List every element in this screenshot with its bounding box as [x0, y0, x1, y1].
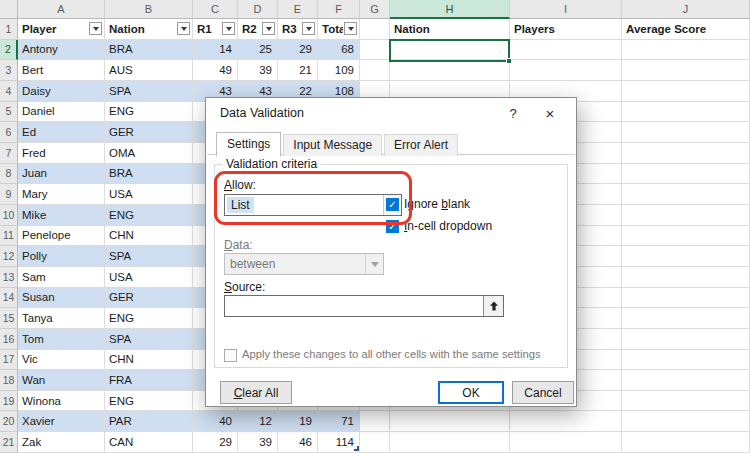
cell-J15[interactable] [622, 308, 750, 329]
cell-B13[interactable]: USA [105, 267, 193, 288]
row-header-2[interactable]: 2 [0, 40, 18, 61]
cell-I2[interactable] [510, 40, 622, 61]
range-select-button[interactable] [483, 296, 503, 316]
cell-A7[interactable]: Fred [18, 143, 105, 164]
cell-J17[interactable] [622, 350, 750, 371]
column-header-I[interactable]: I [510, 0, 622, 19]
cell-J3[interactable] [622, 60, 750, 81]
column-header-J[interactable]: J [622, 0, 750, 19]
row-header-18[interactable]: 18 [0, 370, 18, 391]
row-header-16[interactable]: 16 [0, 329, 18, 350]
cell-D20[interactable]: 12 [238, 411, 278, 432]
tab-error-alert[interactable]: Error Alert [384, 134, 458, 156]
cell-B3[interactable]: AUS [105, 60, 193, 81]
ok-button[interactable]: OK [438, 381, 504, 404]
cell-B19[interactable]: ENG [105, 391, 193, 412]
cell-B12[interactable]: SPA [105, 246, 193, 267]
row-header-12[interactable]: 12 [0, 246, 18, 267]
cell-I1[interactable]: Players [510, 19, 622, 40]
active-cell-selection-H2[interactable] [389, 39, 510, 62]
filter-button-Total[interactable] [344, 22, 357, 35]
cell-B9[interactable]: USA [105, 184, 193, 205]
cell-B16[interactable]: SPA [105, 329, 193, 350]
column-header-E[interactable]: E [278, 0, 318, 19]
column-header-A[interactable]: A [18, 0, 105, 19]
cell-G1[interactable] [360, 19, 390, 40]
cell-I21[interactable] [510, 432, 622, 453]
filter-button-R3[interactable] [302, 22, 315, 35]
cell-B11[interactable]: CHN [105, 226, 193, 247]
cell-E20[interactable]: 19 [278, 411, 318, 432]
row-header-1[interactable]: 1 [0, 19, 18, 40]
in-cell-dropdown-checkbox[interactable]: ✓ In-cell dropdown [386, 219, 492, 233]
checkbox-checked-icon[interactable]: ✓ [386, 220, 399, 233]
cell-A18[interactable]: Wan [18, 370, 105, 391]
cell-A4[interactable]: Daisy [18, 81, 105, 102]
cell-A13[interactable]: Sam [18, 267, 105, 288]
column-header-D[interactable]: D [238, 0, 278, 19]
cell-C3[interactable]: 49 [193, 60, 238, 81]
column-header-F[interactable]: F [318, 0, 360, 19]
cell-A10[interactable]: Mike [18, 205, 105, 226]
column-header-C[interactable]: C [193, 0, 238, 19]
cell-J8[interactable] [622, 164, 750, 185]
cell-D21[interactable]: 39 [238, 432, 278, 453]
cell-F20[interactable]: 71 [318, 411, 360, 432]
cell-I3[interactable] [510, 60, 622, 81]
cell-A16[interactable]: Tom [18, 329, 105, 350]
cell-C2[interactable]: 14 [193, 40, 238, 61]
row-header-13[interactable]: 13 [0, 267, 18, 288]
fill-handle[interactable] [506, 58, 512, 64]
row-header-8[interactable]: 8 [0, 164, 18, 185]
column-header-H[interactable]: H [390, 0, 510, 19]
filter-button-Player[interactable] [89, 22, 102, 35]
allow-dropdown[interactable]: List [224, 194, 402, 216]
cell-H20[interactable] [390, 411, 510, 432]
cell-J2[interactable] [622, 40, 750, 61]
cell-J4[interactable] [622, 81, 750, 102]
cell-A11[interactable]: Penelope [18, 226, 105, 247]
cancel-button[interactable]: Cancel [512, 381, 574, 404]
cell-A6[interactable]: Ed [18, 122, 105, 143]
cell-E2[interactable]: 29 [278, 40, 318, 61]
cell-A12[interactable]: Polly [18, 246, 105, 267]
cell-E3[interactable]: 21 [278, 60, 318, 81]
cell-E1[interactable]: R3 [278, 19, 318, 40]
cell-C21[interactable]: 29 [193, 432, 238, 453]
cell-A8[interactable]: Juan [18, 164, 105, 185]
cell-A3[interactable]: Bert [18, 60, 105, 81]
cell-H3[interactable] [390, 60, 510, 81]
cell-D1[interactable]: R2 [238, 19, 278, 40]
cell-B8[interactable]: BRA [105, 164, 193, 185]
cell-F3[interactable]: 109 [318, 60, 360, 81]
cell-J7[interactable] [622, 143, 750, 164]
row-header-9[interactable]: 9 [0, 184, 18, 205]
cell-G2[interactable] [360, 40, 390, 61]
cell-F1[interactable]: Total [318, 19, 360, 40]
cell-J14[interactable] [622, 288, 750, 309]
row-header-3[interactable]: 3 [0, 60, 18, 81]
cell-B10[interactable]: ENG [105, 205, 193, 226]
cell-J11[interactable] [622, 226, 750, 247]
row-header-19[interactable]: 19 [0, 391, 18, 412]
cell-A21[interactable]: Zak [18, 432, 105, 453]
row-header-7[interactable]: 7 [0, 143, 18, 164]
row-header-14[interactable]: 14 [0, 288, 18, 309]
cell-I20[interactable] [510, 411, 622, 432]
filter-button-Nation[interactable] [177, 22, 190, 35]
cell-J6[interactable] [622, 122, 750, 143]
cell-C1[interactable]: R1 [193, 19, 238, 40]
cell-J18[interactable] [622, 370, 750, 391]
cell-J20[interactable] [622, 411, 750, 432]
cell-J21[interactable] [622, 432, 750, 453]
cell-G21[interactable] [360, 432, 390, 453]
cell-A1[interactable]: Player [18, 19, 105, 40]
cell-D2[interactable]: 25 [238, 40, 278, 61]
cell-J9[interactable] [622, 184, 750, 205]
row-header-15[interactable]: 15 [0, 308, 18, 329]
cell-J19[interactable] [622, 391, 750, 412]
filter-button-R1[interactable] [222, 22, 235, 35]
cell-B20[interactable]: PAR [105, 411, 193, 432]
cell-E21[interactable]: 46 [278, 432, 318, 453]
cell-A19[interactable]: Winona [18, 391, 105, 412]
